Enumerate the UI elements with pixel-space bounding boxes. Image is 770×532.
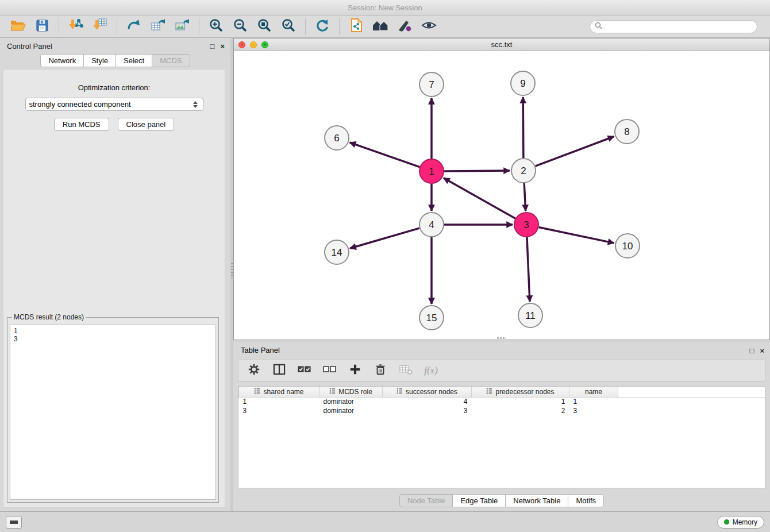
graph-node-15[interactable]: 15: [419, 306, 444, 330]
graph-edge-2-3[interactable]: [524, 183, 526, 211]
table-cell[interactable]: 1: [239, 397, 319, 406]
select-stepper-icon: [191, 101, 199, 108]
column-header-shared-name[interactable]: shared name: [239, 387, 319, 397]
status-bar: Memory: [0, 511, 770, 532]
table-panel-title: Table Panel: [241, 346, 280, 354]
graph-edge-3-1[interactable]: [444, 178, 515, 218]
delete-column-button[interactable]: [372, 362, 389, 379]
close-panel-icon[interactable]: ×: [220, 43, 225, 50]
graph-node-3[interactable]: 3: [514, 213, 538, 237]
graph-edge-2-8[interactable]: [536, 137, 614, 167]
style-button[interactable]: [392, 17, 417, 36]
optimization-criterion-select[interactable]: strongly connected component: [25, 98, 203, 111]
search-icon: [595, 21, 602, 32]
tab-motifs[interactable]: Motifs: [568, 494, 604, 507]
window-minimize-icon[interactable]: −: [250, 41, 257, 48]
float-panel-icon[interactable]: □: [750, 347, 754, 354]
add-column-button[interactable]: [346, 362, 364, 379]
table-cell[interactable]: 4: [383, 397, 472, 406]
graph-node-10[interactable]: 10: [615, 234, 640, 258]
table-cell[interactable]: 3: [383, 406, 472, 415]
search-input[interactable]: [605, 22, 752, 31]
graph-node-9[interactable]: 9: [511, 71, 535, 95]
table-cell[interactable]: dominator: [319, 397, 383, 406]
network-window-titlebar[interactable]: × − + scc.txt: [234, 38, 769, 51]
float-panel-icon[interactable]: □: [210, 43, 215, 50]
column-header-successor-nodes[interactable]: successor nodes: [383, 387, 472, 397]
column-type-icon: [486, 387, 492, 396]
run-mcds-button[interactable]: Run MCDS: [54, 118, 109, 131]
graph-edge-3-10[interactable]: [539, 228, 614, 244]
export-image-button[interactable]: [170, 17, 194, 36]
import-table-button[interactable]: [88, 17, 112, 36]
window-close-icon[interactable]: ×: [238, 41, 245, 48]
select-all-button[interactable]: [296, 362, 313, 379]
table-cell[interactable]: 3: [239, 406, 319, 415]
tab-style[interactable]: Style: [83, 54, 116, 67]
apply-layout-button[interactable]: [310, 17, 334, 36]
plus-icon: [349, 363, 361, 378]
table-delete-icon: [399, 363, 413, 378]
save-floppy-icon: [36, 19, 49, 34]
graph-edge-2-9[interactable]: [523, 97, 523, 158]
home-button[interactable]: [368, 17, 392, 36]
new-network-button[interactable]: [122, 17, 146, 36]
export-table-button[interactable]: [146, 17, 170, 36]
table-cell[interactable]: 1: [569, 397, 618, 406]
table-row[interactable]: 3dominator323: [239, 406, 765, 415]
tab-edge-table[interactable]: Edge Table: [452, 494, 506, 507]
column-type-icon: [254, 387, 260, 396]
column-header-name[interactable]: name: [569, 387, 618, 397]
zoom-out-icon: [233, 18, 248, 35]
zoom-in-button[interactable]: [204, 17, 228, 36]
graph-node-8[interactable]: 8: [615, 119, 639, 144]
import-network-button[interactable]: [64, 17, 88, 36]
graph-edge-3-11[interactable]: [527, 237, 530, 302]
table-cell[interactable]: 2: [472, 406, 569, 415]
graph-edge-1-2[interactable]: [444, 171, 510, 171]
graph-node-14[interactable]: 14: [325, 240, 349, 264]
deselect-all-button[interactable]: [321, 362, 338, 379]
close-panel-button[interactable]: Close panel: [118, 118, 175, 131]
graph-edge-4-14[interactable]: [350, 228, 419, 248]
table-settings-button[interactable]: [245, 362, 263, 379]
show-columns-button[interactable]: [271, 362, 288, 379]
graph-node-7[interactable]: 7: [419, 72, 444, 97]
memory-button[interactable]: Memory: [717, 516, 764, 529]
tab-network-table[interactable]: Network Table: [505, 494, 568, 507]
network-window: × − + scc.txt 7968124314101511: [233, 38, 770, 340]
zoom-selected-button[interactable]: [276, 17, 301, 36]
graph-node-2[interactable]: 2: [511, 159, 536, 183]
window-resize-grip[interactable]: [497, 337, 506, 339]
table-row[interactable]: 1dominator411: [239, 397, 765, 406]
mcds-result-textarea[interactable]: 1 3: [10, 325, 216, 500]
open-folder-icon: [10, 19, 26, 34]
close-panel-icon[interactable]: ×: [760, 347, 764, 354]
graph-node-4[interactable]: 4: [419, 213, 444, 237]
graphics-details-button[interactable]: [417, 17, 441, 36]
graph-edge-1-6[interactable]: [350, 142, 420, 167]
column-header-mcds-role[interactable]: MCDS role: [319, 387, 383, 397]
open-session-button[interactable]: [6, 17, 30, 36]
svg-text:11: 11: [525, 310, 536, 321]
task-history-button[interactable]: [6, 516, 22, 529]
column-header-predecessor-nodes[interactable]: predecessor nodes: [472, 387, 569, 397]
import-table-icon: [93, 18, 107, 35]
graph-node-6[interactable]: 6: [325, 126, 349, 150]
tab-select[interactable]: Select: [116, 54, 152, 67]
window-maximize-icon[interactable]: +: [261, 41, 268, 48]
network-from-selection-button[interactable]: [344, 17, 368, 36]
tab-node-table[interactable]: Node Table: [399, 494, 453, 507]
tab-mcds[interactable]: MCDS: [152, 54, 190, 67]
table-cell[interactable]: 3: [569, 406, 618, 415]
table-cell[interactable]: 1: [472, 397, 569, 406]
zoom-out-button[interactable]: [228, 17, 252, 36]
refresh-icon: [315, 18, 330, 35]
toolbar-search[interactable]: [590, 20, 757, 33]
graph-node-11[interactable]: 11: [518, 303, 542, 327]
tab-network[interactable]: Network: [40, 54, 84, 67]
table-cell[interactable]: dominator: [319, 406, 383, 415]
save-session-button[interactable]: [30, 17, 54, 36]
graph-node-1[interactable]: 1: [419, 159, 444, 183]
zoom-fit-button[interactable]: [252, 17, 276, 36]
